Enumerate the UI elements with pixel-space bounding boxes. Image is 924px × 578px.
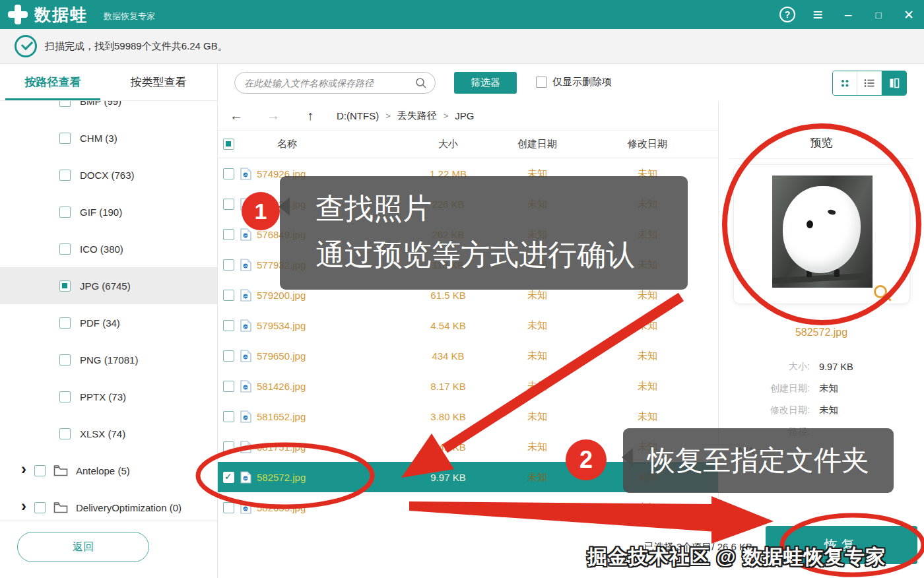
recover-button[interactable]: 恢复	[766, 526, 917, 564]
checkbox[interactable]	[59, 428, 71, 439]
table-row[interactable]: 581751.jpg 7.42 KB 未知 未知	[218, 432, 718, 462]
divider	[729, 158, 913, 159]
list-item-xlsx[interactable]: XLSX (74)	[0, 415, 217, 452]
file-name: 575221.jpg	[257, 199, 306, 210]
table-row[interactable]: 579200.jpg 61.5 KB 未知 未知	[218, 280, 718, 310]
toolbar: 筛选器 仅显示删除项	[218, 64, 924, 101]
table-row-selected[interactable]: 582572.jpg 9.97 KB 未知 未知	[218, 462, 718, 492]
checkbox[interactable]	[59, 391, 71, 402]
breadcrumb-lost-path[interactable]: 丢失路径	[397, 110, 437, 122]
header-created[interactable]: 创建日期	[498, 138, 577, 150]
app-window: 数据蛙 数据恢复专家 ? ≡ – □ ✕ 扫描完成，找到59989个文件共6.2…	[0, 0, 924, 578]
table-row[interactable]: 574926.jpg 1.22 MB 未知 未知	[218, 158, 718, 189]
checkbox-checked[interactable]	[59, 280, 71, 292]
minimize-icon[interactable]: –	[833, 0, 863, 29]
row-checkbox[interactable]	[223, 381, 234, 392]
file-modified: 未知	[577, 259, 718, 271]
table-header: 名称 大小 创建日期 修改日期	[218, 131, 718, 158]
list-item-chm[interactable]: CHM (3)	[0, 119, 217, 156]
checkbox[interactable]	[536, 77, 547, 88]
row-checkbox[interactable]	[223, 229, 234, 240]
table-row[interactable]: 581426.jpg 8.17 KB 未知 未知	[218, 371, 718, 401]
list-item-jpg[interactable]: JPG (6745)	[0, 267, 217, 304]
list-view-icon[interactable]	[857, 71, 882, 95]
breadcrumb-drive[interactable]: D:(NTFS)	[337, 110, 379, 121]
modified-label: 修改日期:	[719, 404, 810, 416]
table-row[interactable]: 579534.jpg 4.54 KB 未知 未知	[218, 310, 718, 340]
file-modified: 未知	[577, 228, 718, 241]
row-checkbox[interactable]	[223, 320, 234, 331]
list-item-pptx[interactable]: PPTX (73)	[0, 378, 217, 415]
list-item-png[interactable]: PNG (17081)	[0, 341, 217, 378]
detail-view-icon[interactable]	[882, 71, 906, 95]
forward-arrow-icon[interactable]: →	[255, 108, 292, 123]
chevron-right-icon[interactable]: ›	[21, 461, 26, 477]
header-size[interactable]: 大小	[399, 138, 498, 150]
checkbox[interactable]	[34, 502, 46, 513]
file-created: 未知	[498, 228, 577, 241]
row-checkbox[interactable]	[223, 441, 234, 453]
table-row[interactable]: 577932.jpg 118 KB 未知 未知	[218, 249, 718, 280]
tab-view-by-path[interactable]: 按路径查看	[0, 64, 106, 100]
help-button[interactable]: ?	[772, 0, 803, 29]
table-row[interactable]: 576849.jpg 262 KB 未知 未知	[218, 219, 718, 249]
folder-item-deliveryoptimization[interactable]: › DeliveryOptimization (0)	[0, 489, 217, 521]
folder-icon	[53, 465, 68, 476]
app-subtitle: 数据恢复专家	[104, 11, 155, 22]
jpg-file-icon	[240, 471, 251, 484]
type-label: PDF (34)	[80, 317, 120, 329]
jpg-file-icon	[240, 319, 251, 332]
breadcrumb-separator: >	[385, 111, 391, 121]
checkbox[interactable]	[59, 354, 71, 366]
checkbox[interactable]	[59, 170, 71, 181]
breadcrumb-jpg[interactable]: JPG	[455, 110, 474, 121]
grid-view-icon[interactable]	[833, 71, 857, 95]
file-created: 未知	[498, 259, 577, 271]
scan-status-text: 扫描完成，找到59989个文件共6.24 GB。	[45, 40, 228, 53]
header-modified[interactable]: 修改日期	[577, 138, 718, 150]
checkbox[interactable]	[59, 207, 71, 218]
select-all-checkbox[interactable]	[223, 139, 234, 150]
chevron-right-icon[interactable]: ›	[21, 498, 26, 514]
zoom-in-icon[interactable]	[874, 285, 887, 298]
table-row[interactable]: 582655.jpg 5.14 KB 未知 未知	[218, 492, 718, 523]
row-checkbox[interactable]	[223, 290, 234, 301]
row-checkbox[interactable]	[223, 350, 234, 362]
list-item-docx[interactable]: DOCX (763)	[0, 156, 217, 193]
header-name[interactable]: 名称	[240, 138, 399, 150]
folder-item-antelope[interactable]: › Antelope (5)	[0, 452, 217, 489]
row-checkbox[interactable]	[223, 411, 234, 422]
row-checkbox-checked[interactable]	[223, 472, 234, 483]
search-input[interactable]	[244, 78, 415, 88]
created-value: 未知	[819, 382, 838, 395]
row-checkbox[interactable]	[223, 199, 234, 210]
table-row[interactable]: 575221.jpg 226 KB 未知 未知	[218, 189, 718, 219]
table-row[interactable]: 579650.jpg 434 KB 未知 未知	[218, 340, 718, 371]
table-row[interactable]: 581652.jpg 3.80 KB 未知 未知	[218, 401, 718, 432]
back-button[interactable]: 返回	[17, 532, 149, 562]
row-checkbox[interactable]	[223, 259, 234, 271]
file-created: 未知	[498, 198, 577, 210]
list-item-gif[interactable]: GIF (190)	[0, 193, 217, 230]
checkbox[interactable]	[59, 243, 71, 255]
up-arrow-icon[interactable]: ↑	[292, 108, 329, 123]
list-item-bmp[interactable]: BMP (99)	[0, 101, 217, 119]
checkbox[interactable]	[34, 465, 46, 476]
file-created: 未知	[498, 319, 577, 332]
menu-icon[interactable]: ≡	[803, 0, 833, 29]
list-item-pdf[interactable]: PDF (34)	[0, 304, 217, 341]
tab-view-by-type[interactable]: 按类型查看	[106, 64, 211, 100]
checkbox[interactable]	[59, 317, 71, 329]
file-modified: 未知	[577, 501, 718, 514]
list-item-ico[interactable]: ICO (380)	[0, 230, 217, 267]
checkbox[interactable]	[59, 101, 71, 107]
maximize-icon[interactable]: □	[863, 0, 894, 29]
filter-button[interactable]: 筛选器	[454, 72, 517, 94]
row-checkbox[interactable]	[223, 502, 234, 513]
row-checkbox[interactable]	[223, 168, 234, 179]
close-icon[interactable]: ✕	[894, 0, 924, 29]
checkbox[interactable]	[59, 133, 71, 144]
back-arrow-icon[interactable]: ←	[218, 108, 255, 123]
file-type-list: BMP (99) CHM (3) DOCX (763) GIF (190) IC…	[0, 101, 217, 521]
show-deleted-only[interactable]: 仅显示删除项	[536, 76, 612, 88]
